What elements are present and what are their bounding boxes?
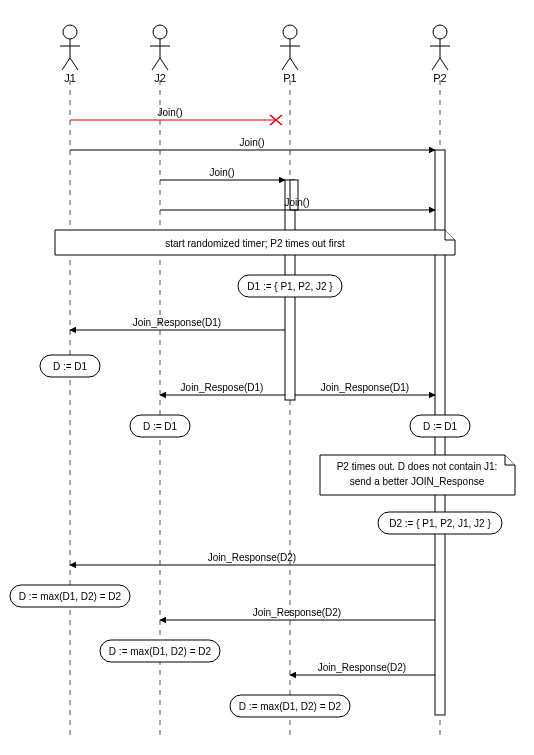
actor-label-p1: P1 bbox=[283, 72, 296, 84]
note-d-eq-d1-p2: D := D1 bbox=[410, 415, 470, 437]
msg-label: Join() bbox=[209, 167, 234, 178]
note-text: start randomized timer; P2 times out fir… bbox=[165, 238, 345, 249]
msg-label: Join() bbox=[239, 137, 264, 148]
svg-line-14 bbox=[290, 58, 298, 70]
svg-point-0 bbox=[63, 25, 77, 39]
actor-j2: J2 bbox=[150, 25, 170, 84]
note-text: D2 := { P1, P2, J1, J2 } bbox=[389, 518, 491, 529]
actor-j1: J1 bbox=[60, 25, 80, 84]
note-text: D := max(D1, D2) = D2 bbox=[109, 646, 212, 657]
msg-join-j1-p1-lost: Join() bbox=[70, 107, 282, 125]
sequence-diagram: J1 J2 P1 P2 Join() Join() bbox=[0, 0, 534, 755]
note-d-max-j1: D := max(D1, D2) = D2 bbox=[10, 585, 130, 607]
note-d-max-p1: D := max(D1, D2) = D2 bbox=[230, 695, 350, 717]
svg-line-19 bbox=[440, 58, 448, 70]
msg-join-j2-p1: Join() bbox=[160, 167, 285, 180]
svg-point-5 bbox=[153, 25, 167, 39]
actor-label-j1: J1 bbox=[64, 72, 76, 84]
msg-label: Join() bbox=[284, 197, 309, 208]
note-text: D := max(D1, D2) = D2 bbox=[239, 701, 342, 712]
msg-label: Join_Response(D2) bbox=[208, 552, 296, 563]
actor-label-p2: P2 bbox=[433, 72, 446, 84]
note-timer: start randomized timer; P2 times out fir… bbox=[55, 230, 455, 255]
note-d1-def: D1 := { P1, P2, J2 } bbox=[238, 275, 342, 297]
note-text: D1 := { P1, P2, J2 } bbox=[247, 281, 333, 292]
msg-label: Join_Response(D1) bbox=[133, 317, 221, 328]
note-text: D := max(D1, D2) = D2 bbox=[19, 591, 122, 602]
note-p2-timeout: P2 times out. D does not contain J1: sen… bbox=[320, 455, 515, 495]
note-d-eq-d1-j2: D := D1 bbox=[130, 415, 190, 437]
svg-line-9 bbox=[160, 58, 168, 70]
note-text-l1: P2 times out. D does not contain J1: bbox=[337, 461, 498, 472]
msg-jr-p1-j1: Join_Response(D1) bbox=[70, 317, 285, 330]
msg-label: Join_Respose(D1) bbox=[181, 382, 264, 393]
note-d-max-j2: D := max(D1, D2) = D2 bbox=[100, 640, 220, 662]
msg-jr-p2-j1: Join_Response(D2) bbox=[70, 552, 435, 565]
svg-line-4 bbox=[70, 58, 78, 70]
note-d2-def: D2 := { P1, P2, J1, J2 } bbox=[378, 512, 502, 534]
actor-label-j2: J2 bbox=[154, 72, 166, 84]
note-text-l2: send a better JOIN_Response bbox=[350, 476, 485, 487]
msg-jr-p2-j2: Join_Response(D2) bbox=[160, 607, 435, 620]
msg-label: Join_Response(D2) bbox=[253, 607, 341, 618]
note-text: D := D1 bbox=[423, 421, 458, 432]
msg-jr-p1-j2: Join_Respose(D1) bbox=[160, 382, 285, 395]
msg-jr-p1-p2: Join_Response(D1) bbox=[295, 382, 435, 395]
svg-point-15 bbox=[433, 25, 447, 39]
actor-p1: P1 bbox=[280, 25, 300, 84]
note-text: D := D1 bbox=[143, 421, 178, 432]
svg-line-3 bbox=[62, 58, 70, 70]
note-text: D := D1 bbox=[53, 361, 88, 372]
msg-jr-p2-p1: Join_Response(D2) bbox=[290, 662, 435, 675]
msg-join-j1-p2: Join() bbox=[70, 137, 435, 150]
svg-line-8 bbox=[152, 58, 160, 70]
actor-p2: P2 bbox=[430, 25, 450, 84]
msg-label: Join() bbox=[157, 107, 182, 118]
msg-label: Join_Response(D1) bbox=[321, 382, 409, 393]
svg-point-10 bbox=[283, 25, 297, 39]
note-d-eq-d1-j1: D := D1 bbox=[40, 355, 100, 377]
svg-line-13 bbox=[282, 58, 290, 70]
svg-line-18 bbox=[432, 58, 440, 70]
msg-label: Join_Response(D2) bbox=[318, 662, 406, 673]
